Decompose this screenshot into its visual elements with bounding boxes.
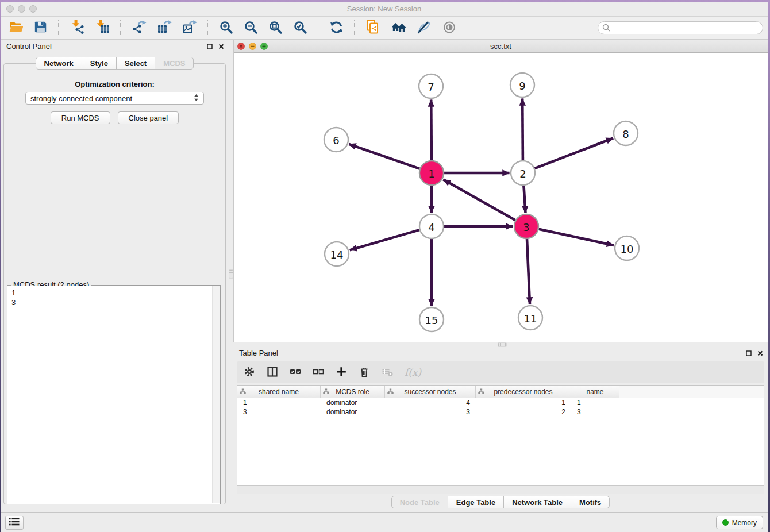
edge-2-3[interactable] bbox=[523, 186, 525, 213]
search-input[interactable] bbox=[598, 21, 763, 34]
close-panel-action-button[interactable]: Close panel bbox=[118, 111, 179, 124]
tab-network[interactable]: Network bbox=[36, 57, 82, 70]
node-6[interactable]: 6 bbox=[324, 128, 348, 152]
node-10[interactable]: 10 bbox=[615, 236, 639, 260]
add-column-button[interactable] bbox=[336, 366, 347, 379]
import-network-button[interactable] bbox=[68, 18, 86, 37]
save-session-button[interactable] bbox=[33, 19, 49, 37]
apply-function-button[interactable]: f(x) bbox=[405, 367, 421, 378]
column-header-predecessor-nodes[interactable]: predecessor nodes bbox=[476, 386, 571, 398]
table-scrollbar-strip[interactable] bbox=[237, 485, 764, 494]
tab-mcds[interactable]: MCDS bbox=[155, 57, 194, 70]
zoom-window-button[interactable] bbox=[29, 5, 37, 13]
close-window-button[interactable] bbox=[6, 5, 14, 13]
network-minimize-button[interactable] bbox=[249, 42, 256, 52]
network-close-button[interactable] bbox=[237, 42, 245, 52]
edge-2-9[interactable] bbox=[522, 99, 523, 161]
export-network-button[interactable] bbox=[130, 18, 148, 37]
table-cell-name[interactable]: 1 bbox=[571, 398, 619, 407]
table-cell-successor-nodes[interactable]: 4 bbox=[385, 398, 476, 407]
node-label: 6 bbox=[333, 134, 339, 147]
run-mcds-button[interactable]: Run MCDS bbox=[51, 111, 110, 124]
float-icon bbox=[207, 43, 213, 51]
column-header-shared-name[interactable]: shared name bbox=[237, 386, 321, 398]
table-cell-predecessor-nodes[interactable]: 1 bbox=[476, 398, 571, 407]
open-session-button[interactable] bbox=[7, 18, 25, 37]
table-cell-name[interactable]: 3 bbox=[571, 407, 619, 417]
splitter-grip[interactable] bbox=[229, 269, 233, 279]
table-tab-motifs[interactable]: Motifs bbox=[571, 496, 610, 508]
table-cell-successor-nodes[interactable]: 3 bbox=[385, 407, 476, 417]
first-neighbors-button[interactable] bbox=[390, 19, 408, 37]
edge-1-7[interactable] bbox=[431, 100, 432, 161]
column-header-mcds-role[interactable]: MCDS role bbox=[321, 386, 385, 398]
memory-button[interactable]: Memory bbox=[716, 516, 763, 529]
mcds-result-list[interactable]: 13 bbox=[8, 286, 212, 503]
export-network-icon bbox=[132, 20, 147, 36]
table-cell-shared-name[interactable]: 3 bbox=[237, 407, 321, 417]
vertical-splitter[interactable] bbox=[229, 40, 233, 512]
table-column-header: shared nameMCDS rolesuccessor nodesprede… bbox=[237, 386, 764, 398]
close-table-panel-button[interactable] bbox=[757, 349, 763, 358]
table-tab-node-table[interactable]: Node Table bbox=[391, 496, 448, 508]
refresh-button[interactable] bbox=[328, 19, 345, 37]
edge-3-11[interactable] bbox=[527, 239, 530, 304]
column-header-name[interactable]: name bbox=[571, 386, 619, 398]
zoom-in-icon bbox=[219, 20, 233, 36]
import-table-button[interactable] bbox=[94, 18, 111, 37]
node-label: 4 bbox=[428, 221, 434, 233]
table-tab-edge-table[interactable]: Edge Table bbox=[448, 496, 504, 508]
tab-style[interactable]: Style bbox=[82, 57, 117, 70]
task-history-button[interactable] bbox=[5, 516, 24, 530]
zoom-fit-button[interactable] bbox=[267, 19, 284, 37]
float-panel-button[interactable] bbox=[207, 43, 213, 51]
copy-network-button[interactable] bbox=[364, 18, 382, 37]
export-table-button[interactable] bbox=[156, 18, 173, 37]
node-3[interactable]: 3 bbox=[514, 214, 538, 238]
edge-2-8[interactable] bbox=[535, 138, 614, 169]
column-header-successor-nodes[interactable]: successor nodes bbox=[385, 386, 476, 398]
table-cell-mcds-role[interactable]: dominator bbox=[321, 398, 385, 407]
zoom-out-button[interactable] bbox=[242, 19, 259, 37]
edge-3-10[interactable] bbox=[539, 229, 614, 245]
table-cell-predecessor-nodes[interactable]: 2 bbox=[476, 407, 571, 417]
unselect-all-rows-button[interactable] bbox=[313, 366, 324, 379]
delete-columns-button[interactable] bbox=[359, 366, 370, 379]
node-14[interactable]: 14 bbox=[325, 242, 349, 266]
edge-3-1[interactable] bbox=[444, 180, 515, 221]
node-15[interactable]: 15 bbox=[419, 307, 444, 331]
export-image-button[interactable] bbox=[181, 18, 198, 37]
zoom-selected-button[interactable] bbox=[292, 19, 309, 37]
node-7[interactable]: 7 bbox=[419, 74, 443, 98]
table-cell-mcds-role[interactable]: dominator bbox=[321, 407, 385, 417]
node-2[interactable]: 2 bbox=[511, 161, 535, 185]
node-11[interactable]: 11 bbox=[518, 306, 542, 330]
minimize-window-button[interactable] bbox=[18, 5, 25, 13]
network-maximize-button[interactable] bbox=[260, 42, 268, 52]
apply-style-button[interactable] bbox=[416, 19, 433, 37]
column-visibility-button[interactable] bbox=[267, 366, 278, 379]
network-view[interactable]: 7968124314101511 bbox=[234, 53, 768, 342]
node-label: 2 bbox=[519, 168, 526, 180]
show-hide-button[interactable] bbox=[441, 19, 458, 37]
edge-1-6[interactable] bbox=[349, 144, 419, 169]
delete-table-button[interactable] bbox=[382, 366, 393, 379]
node-4[interactable]: 4 bbox=[419, 214, 444, 238]
horizontal-splitter[interactable] bbox=[233, 342, 768, 346]
tab-select[interactable]: Select bbox=[116, 57, 155, 70]
result-scrollbar[interactable] bbox=[212, 286, 220, 503]
node-1[interactable]: 1 bbox=[419, 161, 444, 185]
node-8[interactable]: 8 bbox=[614, 121, 638, 145]
select-all-rows-button[interactable] bbox=[290, 366, 301, 379]
table-row[interactable]: 3dominator323 bbox=[237, 407, 764, 417]
node-9[interactable]: 9 bbox=[510, 73, 534, 97]
table-tab-network-table[interactable]: Network Table bbox=[503, 496, 571, 508]
zoom-in-button[interactable] bbox=[218, 19, 234, 37]
close-panel-button[interactable] bbox=[218, 43, 224, 51]
table-row[interactable]: 1dominator411 bbox=[237, 398, 764, 407]
table-cell-shared-name[interactable]: 1 bbox=[237, 398, 321, 407]
criterion-select[interactable]: strongly connected component bbox=[25, 92, 204, 105]
float-table-panel-button[interactable] bbox=[746, 349, 752, 358]
edge-4-14[interactable] bbox=[350, 230, 419, 250]
table-settings-button[interactable] bbox=[244, 366, 255, 379]
